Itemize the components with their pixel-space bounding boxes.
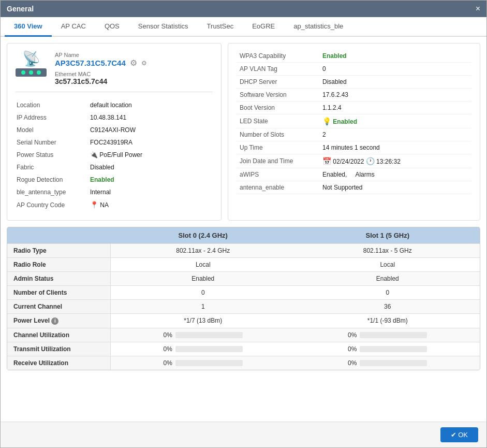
table-row: Rogue Detection Enabled: [17, 174, 212, 185]
calendar-icon: 📅: [322, 157, 331, 165]
ethernet-mac-label: Ethernet MAC: [55, 71, 213, 77]
slot-table: Slot 0 (2.4 GHz) Slot 1 (5 GHz) Radio Ty…: [7, 227, 480, 370]
tab-trustsec[interactable]: TrustSec: [198, 17, 243, 37]
slot0-channel-util: 0%: [111, 328, 296, 342]
table-row: Admin Status Enabled Enabled: [7, 271, 480, 285]
table-row: antenna_enable Not Supported: [237, 181, 471, 194]
field-value: Enabled: [90, 174, 212, 185]
util-bar: [175, 360, 243, 366]
table-row: AP VLAN Tag 0: [237, 63, 471, 76]
general-window: General × 360 View AP CAC QOS Sensor Sta…: [0, 0, 487, 448]
slot0-rx-util: 0%: [111, 356, 296, 370]
field-value: Internal: [90, 186, 212, 198]
field-value: Disabled: [319, 76, 471, 89]
util-bar-container: 0%: [302, 345, 474, 353]
ap-name-label: AP Name: [55, 52, 213, 58]
field-label: Serial Number: [17, 137, 89, 148]
tab-eogre[interactable]: EoGRE: [243, 17, 284, 37]
util-bar-container: 0%: [117, 331, 289, 339]
row-label: Admin Status: [7, 272, 111, 285]
table-row: IP Address 10.48.38.141: [17, 112, 212, 123]
slot1-radio-type: 802.11ax - 5 GHz: [296, 244, 480, 257]
field-value: 🔌 PoE/Full Power: [90, 149, 212, 161]
table-row: Number of Clients 0 0: [7, 285, 480, 299]
slot0-admin-status: Enabled: [111, 272, 296, 285]
field-value: Disabled: [90, 162, 212, 173]
close-button[interactable]: ×: [476, 5, 480, 13]
field-value: Enabled, Alarms: [319, 168, 471, 181]
ap-name-row: AP3C57.31C5.7C44 ⚙ ⚙: [55, 58, 213, 68]
field-label: Up Time: [237, 141, 319, 154]
row-label: Receive Utilization: [7, 356, 111, 370]
field-value: Enabled: [319, 50, 471, 63]
ap-info: AP Name AP3C57.31C5.7C44 ⚙ ⚙ Ethernet MA…: [55, 52, 213, 85]
table-row: aWIPS Enabled, Alarms: [237, 168, 471, 181]
slot0-header: Slot 0 (2.4 GHz): [111, 227, 296, 243]
slot1-admin-status: Enabled: [296, 272, 480, 285]
row-label: Channel Utilization: [7, 328, 111, 342]
field-label: Model: [17, 124, 89, 136]
field-value: 0: [319, 63, 471, 76]
table-row: Boot Version 1.1.2.4: [237, 102, 471, 114]
title-bar: General ×: [1, 1, 486, 17]
slot1-clients: 0: [296, 286, 480, 299]
slot0-radio-role: Local: [111, 258, 296, 271]
tab-apcac[interactable]: AP CAC: [52, 17, 95, 37]
row-label: Power Level i: [7, 314, 111, 328]
field-label: antenna_enable: [237, 181, 319, 194]
right-panel: WPA3 Capability Enabled AP VLAN Tag 0 DH…: [228, 43, 480, 221]
clock-icon: 🕐: [366, 157, 375, 165]
table-row: LED State 💡 Enabled: [237, 114, 471, 128]
util-bar-container: 0%: [302, 359, 474, 367]
table-row: ble_antenna_type Internal: [17, 186, 212, 198]
slot1-header: Slot 1 (5 GHz): [296, 227, 480, 243]
field-label: Number of Slots: [237, 128, 319, 141]
field-value: 14 minutes 1 second: [319, 141, 471, 154]
gear-icon-2[interactable]: ⚙: [141, 60, 147, 67]
info-icon: i: [51, 317, 58, 325]
table-row: Software Version 17.6.2.43: [237, 89, 471, 102]
slot0-radio-type: 802.11ax - 2.4 GHz: [111, 244, 296, 257]
table-row: Up Time 14 minutes 1 second: [237, 141, 471, 154]
tab-360view[interactable]: 360 View: [5, 17, 52, 37]
slot0-tx-util: 0%: [111, 342, 296, 356]
table-row: Current Channel 1 36: [7, 299, 480, 313]
gear-icon[interactable]: ⚙: [130, 58, 137, 68]
field-label: ble_antenna_type: [17, 186, 89, 198]
util-bar: [360, 346, 427, 352]
field-label: Location: [17, 99, 89, 111]
router-base: [16, 68, 47, 77]
field-label: Boot Version: [237, 102, 319, 114]
left-panel: 📡 AP Name AP3C57.31C5.7C44 ⚙ ⚙: [7, 43, 222, 221]
table-row: Serial Number FOC243919RA: [17, 137, 212, 148]
util-pct-label: 0%: [164, 331, 172, 339]
tab-sensor-statistics[interactable]: Sensor Statistics: [129, 17, 198, 37]
table-row: Transmit Utilization 0% 0%: [7, 342, 480, 356]
field-label: aWIPS: [237, 168, 319, 181]
row-label: Radio Role: [7, 258, 111, 271]
led-1: [21, 70, 25, 75]
tab-ap-statistics-ble[interactable]: ap_statistics_ble: [284, 17, 352, 37]
join-time: 13:26:32: [376, 158, 401, 165]
table-row: Number of Slots 2: [237, 128, 471, 141]
field-value: 1.1.2.4: [319, 102, 471, 114]
field-label: AP Country Code: [17, 199, 89, 211]
row-label: Radio Type: [7, 244, 111, 257]
table-row: Radio Role Local Local: [7, 257, 480, 271]
ap-icon: 📡: [16, 52, 47, 77]
table-row: Model C9124AXI-ROW: [17, 124, 212, 136]
row-label: Number of Clients: [7, 286, 111, 299]
field-value: C9124AXI-ROW: [90, 124, 212, 136]
slot1-channel-util: 0%: [296, 328, 480, 342]
slot0-clients: 0: [111, 286, 296, 299]
tab-qos[interactable]: QOS: [95, 17, 129, 37]
row-label: Transmit Utilization: [7, 342, 111, 356]
field-label: Fabric: [17, 162, 89, 173]
table-row: Location default location: [17, 99, 212, 111]
table-row: Channel Utilization 0% 0%: [7, 328, 480, 342]
field-value: 17.6.2.43: [319, 89, 471, 102]
led-3: [37, 70, 41, 75]
ap-info-table: Location default location IP Address 10.…: [16, 98, 213, 212]
led-state-status: Enabled: [333, 118, 357, 125]
ok-button[interactable]: ✔ OK: [440, 427, 478, 442]
